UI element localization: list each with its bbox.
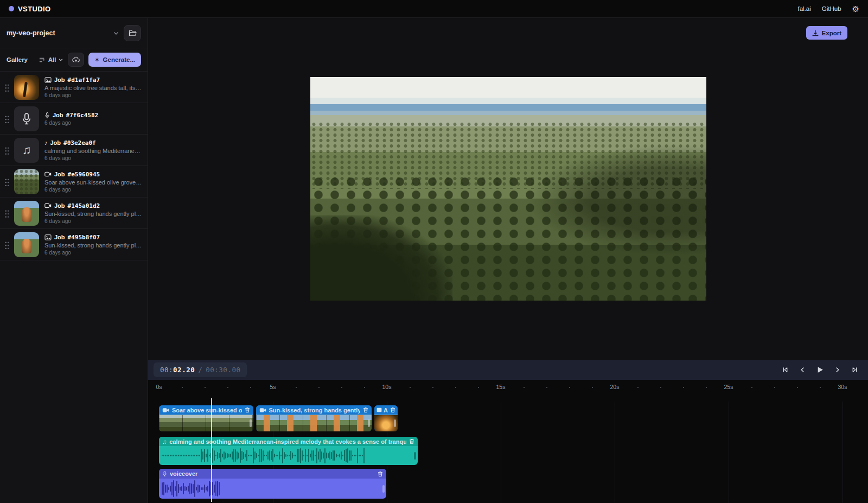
delete-clip-button[interactable] xyxy=(363,407,368,413)
clip-resize-handle[interactable] xyxy=(382,485,385,493)
image-icon xyxy=(44,77,52,83)
generate-label: Generate... xyxy=(103,56,135,63)
microphone-icon xyxy=(44,112,50,119)
time-display: 00:02.20/00:30.00 xyxy=(154,362,247,377)
drag-handle-icon[interactable] xyxy=(0,209,14,218)
filmstrip xyxy=(159,415,253,431)
job-timestamp: 6 days ago xyxy=(44,250,143,256)
ruler-tick xyxy=(774,387,775,388)
timeline-clip-video[interactable]: Sun-kissed, strong hands gently plu xyxy=(256,405,372,431)
job-list-item[interactable]: Job #e5960945 Soar above sun-kissed oliv… xyxy=(0,166,148,198)
ruler-tick xyxy=(683,387,684,388)
job-thumbnail xyxy=(14,75,39,100)
waveform xyxy=(159,446,418,465)
ruler-tick xyxy=(182,387,183,388)
ruler-tick xyxy=(592,387,593,388)
job-list-item[interactable]: Job #d1af1fa7 A majestic olive tree stan… xyxy=(0,72,148,103)
app-title: VSTUDIO xyxy=(18,5,51,13)
job-list-item[interactable]: Job #145a01d2 Sun-kissed, strong hands g… xyxy=(0,198,148,229)
upload-button[interactable] xyxy=(68,53,84,67)
filter-value: All xyxy=(48,56,56,63)
job-timestamp: 6 days ago xyxy=(44,120,98,126)
clip-resize-handle[interactable] xyxy=(250,419,252,427)
settings-gear-icon[interactable]: ⚙ xyxy=(852,5,859,13)
trash-icon xyxy=(390,407,395,413)
job-description: Sun-kissed, strong hands gently pluck… xyxy=(44,242,143,249)
ruler-tick xyxy=(250,387,251,388)
video-preview[interactable] xyxy=(310,77,706,301)
ruler-label: 10s xyxy=(382,384,392,390)
waveform xyxy=(159,479,386,499)
ruler-tick xyxy=(432,387,433,388)
timeline-toolbar: 00:02.20/00:30.00 xyxy=(148,360,868,380)
drag-handle-icon[interactable] xyxy=(0,114,14,123)
gallery-title: Gallery xyxy=(7,56,35,63)
download-icon xyxy=(812,30,819,36)
delete-clip-button[interactable] xyxy=(390,407,395,413)
skip-to-start-button[interactable] xyxy=(779,364,791,376)
ruler-tick xyxy=(318,387,320,388)
link-github[interactable]: GitHub xyxy=(822,5,841,12)
play-button[interactable] xyxy=(814,364,826,376)
job-description: Sun-kissed, strong hands gently pluck… xyxy=(44,211,143,217)
image-icon xyxy=(44,234,52,240)
app-logo: VSTUDIO xyxy=(9,5,51,13)
gallery-filter-select[interactable]: All xyxy=(39,56,64,63)
timeline-clip-video[interactable]: Soar above sun-kissed olive xyxy=(159,405,253,431)
clip-resize-handle[interactable] xyxy=(394,419,396,427)
drag-handle-icon[interactable] xyxy=(0,240,14,249)
project-name: my-veo-project xyxy=(7,29,108,37)
ruler-tick xyxy=(637,387,639,388)
ruler-label: 30s xyxy=(838,384,847,390)
ruler-label: 25s xyxy=(724,384,733,390)
ruler-label: 0s xyxy=(156,384,162,390)
trash-icon xyxy=(245,407,250,413)
timeline-clip-image[interactable]: A xyxy=(374,405,398,431)
ruler-tick xyxy=(227,387,228,388)
preview-area: Export xyxy=(148,18,868,360)
job-list: Job #d1af1fa7 A majestic olive tree stan… xyxy=(0,71,148,260)
ruler-tick xyxy=(660,387,661,388)
skip-to-end-button[interactable] xyxy=(848,364,860,376)
clip-resize-handle[interactable] xyxy=(414,452,416,460)
clip-resize-handle[interactable] xyxy=(368,419,370,427)
trash-icon xyxy=(363,407,368,413)
job-list-item[interactable]: ♫ ♪ Job #03e2ea0f calming and soothing M… xyxy=(0,135,148,166)
step-forward-button[interactable] xyxy=(831,364,843,376)
link-fal-ai[interactable]: fal.ai xyxy=(797,5,810,12)
drag-handle-icon[interactable] xyxy=(0,177,14,186)
job-thumbnail: ♫ xyxy=(14,138,39,163)
sidebar: my-veo-project Gallery All ✶ Generate... xyxy=(0,18,148,503)
job-description: Soar above sun-kissed olive groves,… xyxy=(44,179,143,186)
ruler-label: 5s xyxy=(270,384,276,390)
job-list-item[interactable]: Job #495b8f07 Sun-kissed, strong hands g… xyxy=(0,229,148,260)
timeline-ruler[interactable]: 0s5s10s15s20s25s30s xyxy=(148,380,868,402)
drag-handle-icon[interactable] xyxy=(0,83,14,92)
job-thumbnail xyxy=(14,232,39,257)
generate-button[interactable]: ✶ Generate... xyxy=(88,53,141,67)
ruler-tick xyxy=(478,387,479,388)
image-icon xyxy=(376,408,382,412)
step-back-button[interactable] xyxy=(796,364,808,376)
open-project-folder-button[interactable] xyxy=(124,25,141,41)
grid-line xyxy=(501,402,501,503)
filmstrip xyxy=(256,415,372,431)
timeline[interactable]: 0s5s10s15s20s25s30s Soar above sun-kisse… xyxy=(148,380,868,503)
music-note-icon: ♪ xyxy=(44,139,48,146)
delete-clip-button[interactable] xyxy=(409,438,414,444)
job-thumbnail xyxy=(14,169,39,194)
timeline-clip-music[interactable]: ♫ calming and soothing Mediterranean-ins… xyxy=(159,437,418,465)
job-thumbnail xyxy=(14,106,39,131)
timeline-clip-voiceover[interactable]: voiceover xyxy=(159,469,386,499)
job-list-item[interactable]: Job #7f6c4582 6 days ago xyxy=(0,103,148,135)
delete-clip-button[interactable] xyxy=(378,471,383,477)
project-chevron-down-icon[interactable] xyxy=(113,30,119,36)
delete-clip-button[interactable] xyxy=(245,407,250,413)
playhead[interactable] xyxy=(211,398,212,502)
ruler-tick xyxy=(820,387,821,388)
export-button[interactable]: Export xyxy=(806,26,847,40)
current-time: 02.20 xyxy=(173,366,195,374)
grid-line xyxy=(843,402,843,503)
drag-handle-icon[interactable] xyxy=(0,146,14,155)
ruler-label: 20s xyxy=(610,384,620,390)
